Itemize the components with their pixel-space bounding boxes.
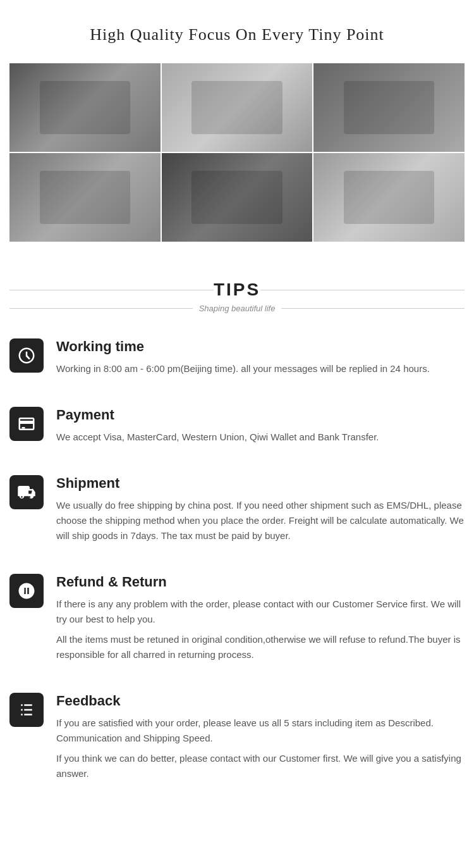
feedback-title: Feedback (56, 693, 465, 709)
page-container: High Quality Focus On Every Tiny Point T… (0, 0, 474, 786)
working-time-title: Working time (56, 338, 465, 355)
photo-cell-4 (9, 153, 161, 242)
feedback-text-0: If you are satisfied with your order, pl… (56, 716, 465, 746)
photo-cell-5 (162, 153, 313, 242)
refund-content: Refund & ReturnIf there is any any probl… (56, 574, 465, 667)
feedback-content: FeedbackIf you are satisfied with your o… (56, 693, 465, 786)
working-time-text-0: Working in 8:00 am - 6:00 pm(Beijing tim… (56, 361, 465, 376)
tips-line-left (9, 290, 214, 290)
info-items: Working timeWorking in 8:00 am - 6:00 pm… (0, 338, 474, 786)
info-item-working-time: Working timeWorking in 8:00 am - 6:00 pm… (9, 338, 465, 381)
payment-text-0: We accept Visa, MasterCard, Western Unio… (56, 430, 465, 445)
photo-cell-2 (162, 63, 313, 152)
tips-title: TIPS (214, 280, 260, 300)
payment-content: PaymentWe accept Visa, MasterCard, Weste… (56, 407, 465, 450)
shipment-icon (9, 475, 44, 509)
header-section: High Quality Focus On Every Tiny Point (0, 0, 474, 57)
info-item-feedback: FeedbackIf you are satisfied with your o… (9, 693, 465, 786)
info-item-shipment: ShipmentWe usually do free shipping by c… (9, 475, 465, 549)
tips-header: TIPS (9, 280, 465, 300)
refund-text-0: If there is any any problem with the ord… (56, 597, 465, 627)
page-title: High Quality Focus On Every Tiny Point (13, 25, 461, 44)
payment-title: Payment (56, 407, 465, 423)
photo-grid (0, 57, 474, 254)
info-item-refund: Refund & ReturnIf there is any any probl… (9, 574, 465, 667)
photo-cell-6 (313, 153, 465, 242)
photo-cell-3 (313, 63, 465, 152)
refund-text-1: All the items must be retuned in origina… (56, 632, 465, 662)
working-time-icon (9, 338, 44, 373)
refund-title: Refund & Return (56, 574, 465, 590)
tips-section: TIPS Shaping beautiful life (0, 254, 474, 338)
tips-subtitle: Shaping beautiful life (9, 304, 465, 313)
feedback-text-1: If you think we can do better, please co… (56, 751, 465, 781)
working-time-content: Working timeWorking in 8:00 am - 6:00 pm… (56, 338, 465, 381)
shipment-text-0: We usually do free shipping by china pos… (56, 498, 465, 543)
shipment-content: ShipmentWe usually do free shipping by c… (56, 475, 465, 549)
info-item-payment: PaymentWe accept Visa, MasterCard, Weste… (9, 407, 465, 450)
payment-icon (9, 407, 44, 441)
feedback-icon (9, 693, 44, 727)
tips-line-right (260, 290, 465, 290)
shipment-title: Shipment (56, 475, 465, 492)
refund-icon (9, 574, 44, 608)
photo-cell-1 (9, 63, 161, 152)
